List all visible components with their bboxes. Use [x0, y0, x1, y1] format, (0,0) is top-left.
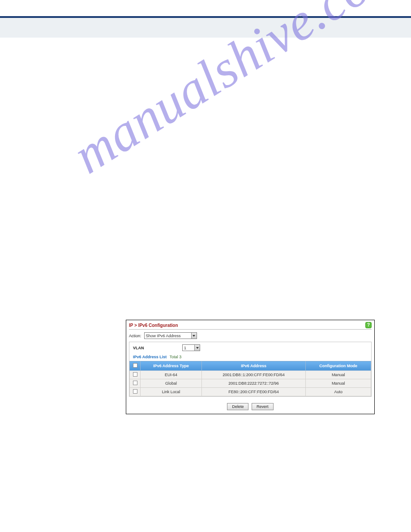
- chevron-down-icon: [194, 345, 200, 351]
- vlan-select[interactable]: 1: [182, 344, 200, 351]
- list-title: IPv6 Address List: [133, 355, 167, 359]
- button-row: Delete Revert: [126, 399, 374, 414]
- table-row: Link Local FE80::200:CFF:FE00:FD/64 Auto: [130, 388, 371, 396]
- action-select[interactable]: Show IPv6 Address: [144, 332, 197, 339]
- header-type: IPv6 Address Type: [141, 361, 202, 371]
- panel-title-row: IP > IPv6 Configuration ?: [126, 320, 374, 329]
- title-divider: [129, 329, 372, 330]
- action-label: Action:: [129, 334, 141, 338]
- select-all-checkbox[interactable]: [133, 363, 137, 368]
- cell-addr: FE80::200:CFF:FE00:FD/64: [201, 388, 305, 396]
- action-select-value: Show IPv6 Address: [146, 334, 181, 338]
- table-row: Global 2001:DB8:2222:7272::72/96 Manual: [130, 379, 371, 388]
- list-total: Total 3: [170, 355, 182, 359]
- cell-mode: Manual: [306, 371, 371, 379]
- inner-box: VLAN 1 IPv6 Address List Total 3 IPv6 Ad…: [129, 342, 372, 397]
- row-checkbox[interactable]: [133, 389, 137, 394]
- vlan-row: VLAN 1: [129, 342, 371, 353]
- cell-mode: Manual: [306, 379, 371, 388]
- ipv6-address-table: IPv6 Address Type IPv6 Address Configura…: [129, 361, 371, 396]
- cell-addr: 2001:DB8:2222:7272::72/96: [201, 379, 305, 388]
- revert-button[interactable]: Revert: [252, 403, 274, 410]
- chevron-down-icon: [191, 333, 197, 339]
- cell-type: EUI-64: [141, 371, 202, 379]
- panel-title: IP > IPv6 Configuration: [129, 323, 365, 328]
- list-title-row: IPv6 Address List Total 3: [129, 353, 371, 361]
- header-checkbox-cell: [130, 361, 141, 371]
- ipv6-config-panel: IP > IPv6 Configuration ? Action: Show I…: [126, 320, 375, 414]
- delete-button[interactable]: Delete: [227, 403, 248, 410]
- cell-type: Link Local: [141, 388, 202, 396]
- cell-type: Global: [141, 379, 202, 388]
- header-addr: IPv6 Address: [201, 361, 305, 371]
- help-icon[interactable]: ?: [365, 322, 372, 328]
- row-checkbox[interactable]: [133, 372, 137, 377]
- table-row: EUI-64 2001:DB8::1:200:CFF:FE00:FD/64 Ma…: [130, 371, 371, 379]
- header-band: [0, 18, 411, 38]
- action-row: Action: Show IPv6 Address: [126, 331, 374, 342]
- row-checkbox[interactable]: [133, 381, 137, 385]
- vlan-label: VLAN: [133, 346, 182, 350]
- cell-mode: Auto: [306, 388, 371, 396]
- table-header-row: IPv6 Address Type IPv6 Address Configura…: [130, 361, 371, 371]
- cell-addr: 2001:DB8::1:200:CFF:FE00:FD/64: [201, 371, 305, 379]
- vlan-select-value: 1: [184, 346, 186, 350]
- header-mode: Configuration Mode: [306, 361, 371, 371]
